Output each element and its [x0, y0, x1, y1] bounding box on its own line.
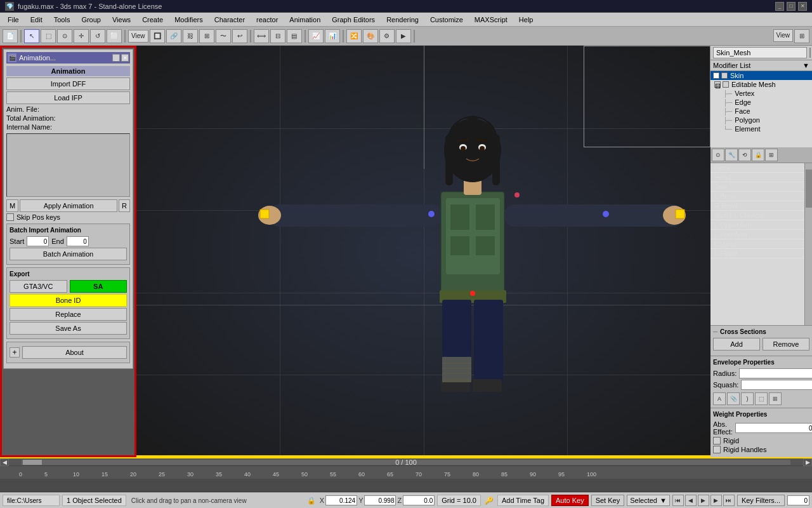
menu-rendering[interactable]: Rendering	[381, 15, 424, 25]
menu-maxscript[interactable]: MAXScript	[469, 15, 513, 25]
viewport-dropdown[interactable]: View	[773, 29, 794, 42]
mesh-color-swatch[interactable]	[809, 48, 811, 58]
menu-animation[interactable]: Animation	[284, 15, 325, 25]
toolbar-extra-1[interactable]: ⊞	[794, 29, 809, 43]
toolbar-new[interactable]: 📄	[3, 29, 18, 43]
rigid-checkbox[interactable]	[713, 437, 721, 444]
bone-neck[interactable]: Neck	[710, 163, 804, 173]
toolbar-schematic[interactable]: 🔀	[346, 29, 362, 43]
dialog-close[interactable]: ✕	[121, 54, 129, 62]
prev-keyframe-btn[interactable]: ⏮	[672, 495, 684, 506]
toolbar-scale[interactable]: ⬜	[107, 29, 122, 43]
m-button[interactable]: M	[6, 199, 18, 212]
mod-tool-2[interactable]: 🔧	[725, 149, 738, 161]
toolbar-move[interactable]: ✛	[74, 29, 89, 43]
bone-l-finger[interactable]: L Finge...	[710, 249, 804, 258]
mod-tool-4[interactable]: 🔒	[752, 149, 764, 161]
menu-customize[interactable]: Customize	[425, 15, 468, 25]
env-icon-5[interactable]: ⊞	[769, 392, 782, 405]
end-field[interactable]	[67, 236, 89, 246]
sub-vertex[interactable]: ├─ Vertex	[710, 89, 812, 98]
env-icon-4[interactable]: ⬚	[755, 392, 768, 405]
toolbar-select-object[interactable]: ⊙	[57, 29, 72, 43]
bone-l-brow[interactable]: L Brow	[710, 192, 804, 201]
modifier-editable-mesh[interactable]: ⊟ Editable Mesh	[710, 80, 812, 89]
menu-character[interactable]: Character	[209, 15, 250, 25]
sub-element[interactable]: └─ Element	[710, 124, 812, 133]
x-coord-input[interactable]	[325, 495, 357, 505]
timeline-thumb[interactable]	[23, 460, 42, 465]
env-icon-2[interactable]: 📎	[727, 392, 740, 405]
mod-tool-5[interactable]: ⊞	[765, 149, 778, 161]
close-btn[interactable]: ✕	[798, 2, 807, 11]
bone-jaw[interactable]: Jaw	[710, 182, 804, 192]
viewport[interactable]	[136, 46, 710, 457]
toolbar-quick-render[interactable]: ▶	[396, 29, 411, 43]
play-btn[interactable]: ▶	[698, 495, 709, 506]
modifier-list-arrow[interactable]: ▼	[802, 62, 809, 69]
save-as-button[interactable]: Save As	[10, 322, 127, 335]
menu-tools[interactable]: Tools	[49, 15, 75, 25]
sa-button[interactable]: SA	[70, 280, 128, 293]
set-key-button[interactable]: Set Key	[591, 495, 625, 506]
toolbar-select-region[interactable]: ⬚	[41, 29, 56, 43]
toolbar-bind[interactable]: ⊞	[199, 29, 214, 43]
toolbar-layer[interactable]: ▤	[287, 29, 302, 43]
toolbar-material[interactable]: 🎨	[363, 29, 378, 43]
abs-effect-input[interactable]	[735, 423, 812, 433]
toolbar-mirror[interactable]: ⟺	[254, 29, 269, 43]
timeline-animation-track[interactable]	[0, 479, 812, 491]
bone-l-upperarm[interactable]: L UpperArm	[710, 220, 804, 230]
toolbar-rotate[interactable]: ↺	[90, 29, 105, 43]
batch-animation-button[interactable]: Batch Animation	[10, 248, 127, 260]
modifier-skin[interactable]: ● Skin	[710, 71, 812, 80]
bone-head[interactable]: Head	[710, 173, 804, 182]
sub-polygon[interactable]: ├─ Polygon	[710, 116, 812, 124]
toolbar-select[interactable]: ↖	[24, 29, 39, 43]
toolbar-unlink[interactable]: ⛓	[183, 29, 198, 43]
emesh-expand-icon[interactable]: ⊟	[714, 81, 721, 88]
bone-scrollbar-thumb[interactable]	[806, 170, 812, 208]
radius-input[interactable]	[739, 368, 812, 378]
bone-id-button[interactable]: Bone ID	[10, 294, 127, 307]
bone-scrollbar[interactable]	[804, 163, 812, 325]
maximize-btn[interactable]: □	[787, 2, 796, 11]
env-icon-1[interactable]: A	[713, 392, 726, 405]
remove-cross-section-btn[interactable]: Remove	[763, 338, 809, 351]
gta3-vc-button[interactable]: GTA3/VC	[10, 280, 67, 293]
menu-help[interactable]: Help	[514, 15, 539, 25]
reference-dropdown[interactable]: View	[128, 30, 148, 43]
replace-button[interactable]: Replace	[10, 308, 127, 321]
import-dff-button[interactable]: Import DFF	[6, 77, 130, 90]
next-frame-btn[interactable]: ▶	[710, 495, 722, 506]
menu-graph-editors[interactable]: Graph Editors	[327, 15, 380, 25]
menu-group[interactable]: Group	[76, 15, 106, 25]
rigid-handles-checkbox[interactable]	[713, 446, 721, 453]
menu-edit[interactable]: Edit	[25, 15, 48, 25]
squash-input[interactable]	[741, 380, 812, 390]
add-time-tag-btn[interactable]: Add Time Tag	[497, 495, 549, 506]
load-ifp-button[interactable]: Load IFP	[6, 91, 130, 104]
bone-r-brow[interactable]: R Brow	[710, 201, 804, 211]
mod-tool-1[interactable]: ⊙	[712, 149, 724, 161]
apply-animation-button[interactable]: Apply Animation	[20, 199, 117, 212]
mesh-name-field[interactable]	[713, 47, 807, 58]
env-icon-3[interactable]: )	[741, 392, 754, 405]
next-keyframe-btn[interactable]: ⏭	[723, 495, 735, 506]
selected-dropdown[interactable]: Selected ▼	[627, 495, 670, 506]
menu-file[interactable]: File	[3, 15, 24, 25]
dialog-titlebar[interactable]: 🎬 Animation... _ ✕	[6, 52, 130, 64]
toolbar-link[interactable]: 🔗	[166, 29, 181, 43]
timeline-next-btn[interactable]: ▶	[803, 458, 812, 466]
toolbar-render-setup[interactable]: ⚙	[379, 29, 395, 43]
bone-l-hand[interactable]: L Hand	[710, 239, 804, 249]
about-button[interactable]: About	[22, 346, 127, 359]
timeline-prev-btn[interactable]: ◀	[0, 458, 9, 466]
mod-tool-3[interactable]: ⟲	[738, 149, 751, 161]
bone-bip01-l-clavicle[interactable]: Bip01 L Clavicle	[710, 211, 804, 220]
dialog-minimize[interactable]: _	[112, 54, 120, 62]
menu-create[interactable]: Create	[137, 15, 168, 25]
toolbar-snap[interactable]: 🔲	[150, 29, 165, 43]
toolbar-curve-editor[interactable]: 📈	[308, 29, 324, 43]
toolbar-align[interactable]: ⊟	[270, 29, 285, 43]
